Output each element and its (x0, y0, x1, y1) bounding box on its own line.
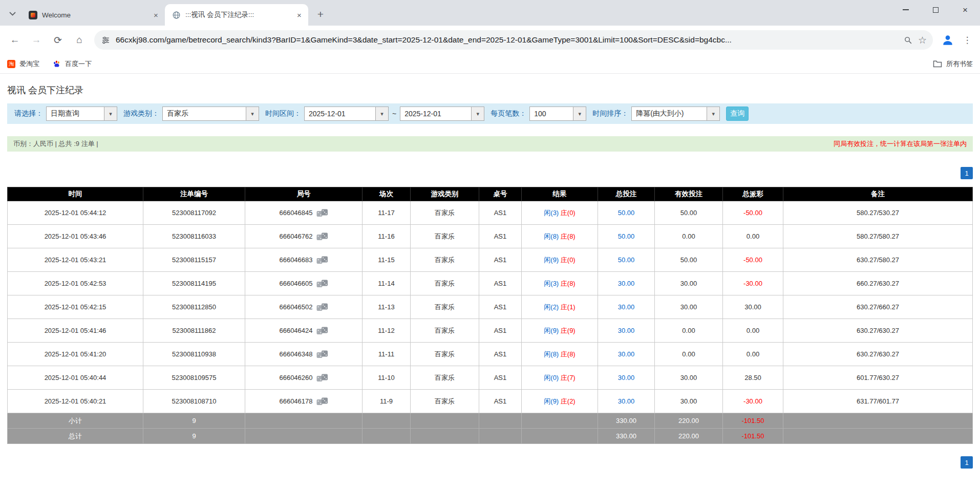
total-bet-link[interactable]: 50.00 (618, 232, 635, 240)
minimize-button[interactable] (891, 0, 921, 19)
total-bet-link[interactable]: 30.00 (618, 303, 635, 311)
column-header-5: 桌号 (479, 187, 522, 201)
dropdown-arrow-icon[interactable]: ▾ (375, 107, 388, 120)
cell-valid-bet: 0.00 (655, 225, 723, 248)
date-end-select[interactable]: ▾ (400, 107, 484, 121)
sort-order-input[interactable] (632, 107, 707, 120)
close-window-button[interactable]: × (950, 0, 980, 19)
cell-session: 11-12 (363, 319, 411, 343)
bookmark-baidu[interactable]: 百度一下 (53, 59, 92, 69)
browser-menu-button[interactable]: ⋮ (960, 30, 975, 50)
forward-button[interactable]: → (27, 30, 46, 50)
url-text[interactable]: 66cxkj98.com/game/betrecord_search/kind3… (116, 35, 898, 45)
game-result-icon[interactable] (316, 256, 328, 264)
game-result-icon[interactable] (316, 209, 328, 217)
game-result-icon[interactable] (316, 280, 328, 288)
cell-payout: -50.00 (723, 201, 783, 225)
tab-betrecord[interactable]: :::视讯 会员下注纪录::: × (165, 4, 308, 26)
cell-time: 2025-12-01 05:44:12 (8, 201, 143, 225)
footer-payout: -101.50 (723, 429, 783, 444)
game-type-select[interactable]: ▾ (162, 107, 259, 121)
total-bet-link[interactable]: 50.00 (618, 209, 635, 217)
result-player: 闲(9) (544, 256, 559, 264)
per-page-select[interactable]: ▾ (529, 107, 586, 121)
total-bet-link[interactable]: 50.00 (618, 256, 635, 264)
subtotal-row: 小计9330.00220.00-101.50 (8, 413, 973, 429)
dropdown-arrow-icon[interactable]: ▾ (573, 107, 586, 120)
game-result-icon[interactable] (316, 327, 328, 335)
all-bookmarks-button[interactable]: 所有书签 (933, 59, 973, 69)
cell-session: 11-9 (363, 390, 411, 413)
round-number: 666046502 (279, 303, 312, 311)
footer-payout: -101.50 (723, 413, 783, 429)
footer-count: 9 (143, 429, 245, 444)
dropdown-arrow-icon[interactable]: ▾ (471, 107, 484, 120)
cell-result: 闲(3) 庄(8) (522, 272, 598, 295)
cell-time: 2025-12-01 05:40:21 (8, 390, 143, 413)
total-bet-link[interactable]: 30.00 (618, 327, 635, 334)
total-bet-link[interactable]: 30.00 (618, 280, 635, 287)
column-header-1: 注单编号 (143, 187, 245, 201)
dropdown-arrow-icon[interactable]: ▾ (104, 107, 117, 120)
cell-note: 580.27/530.27 (783, 201, 973, 225)
game-result-icon[interactable] (316, 374, 328, 382)
total-bet-link[interactable]: 30.00 (618, 374, 635, 381)
address-bar[interactable]: 66cxkj98.com/game/betrecord_search/kind3… (94, 30, 933, 50)
cell-total-bet: 30.00 (598, 343, 655, 366)
cell-game-type: 百家乐 (411, 272, 479, 295)
payout-value: -30.00 (743, 397, 762, 405)
sort-order-select[interactable]: ▾ (631, 107, 720, 121)
game-type-input[interactable] (163, 107, 246, 120)
round-number: 666046348 (279, 350, 312, 358)
cell-bet-id: 523008110938 (143, 343, 245, 366)
footer-label: 总计 (8, 429, 143, 444)
zoom-icon[interactable] (904, 36, 912, 45)
back-button[interactable]: ← (5, 30, 25, 50)
cell-result: 闲(0) 庄(7) (522, 366, 598, 390)
total-bet-link[interactable]: 30.00 (618, 397, 635, 405)
bookmark-aitaobao[interactable]: 淘 爱淘宝 (7, 59, 39, 69)
result-player: 闲(0) (544, 374, 559, 381)
date-start-input[interactable] (305, 107, 375, 120)
date-start-select[interactable]: ▾ (304, 107, 389, 121)
query-type-input[interactable] (47, 107, 104, 120)
refresh-button[interactable]: ⟳ (48, 30, 68, 50)
profile-button[interactable] (938, 30, 957, 50)
new-tab-button[interactable]: + (312, 6, 329, 23)
game-result-icon[interactable] (316, 350, 328, 358)
cell-payout: 30.00 (723, 295, 783, 319)
tab-search-button[interactable] (3, 2, 22, 26)
game-result-icon[interactable] (316, 232, 328, 241)
game-result-icon[interactable] (316, 397, 328, 406)
cell-round: 666046762 (245, 225, 363, 248)
query-type-select[interactable]: ▾ (46, 107, 117, 121)
dropdown-arrow-icon[interactable]: ▾ (246, 107, 259, 120)
date-end-input[interactable] (400, 107, 471, 120)
tab-close-icon[interactable]: × (151, 10, 161, 20)
cell-session: 11-17 (363, 201, 411, 225)
site-info-icon[interactable] (101, 36, 110, 45)
page-number-button[interactable]: 1 (961, 167, 973, 179)
total-row: 总计9330.00220.00-101.50 (8, 429, 973, 444)
cell-round: 666046683 (245, 248, 363, 272)
payout-value: -30.00 (743, 280, 762, 287)
tab-welcome[interactable]: Welcome × (22, 4, 165, 26)
dropdown-arrow-icon[interactable]: ▾ (707, 107, 719, 120)
cell-total-bet: 50.00 (598, 248, 655, 272)
game-result-icon[interactable] (316, 303, 328, 311)
cell-valid-bet: 30.00 (655, 295, 723, 319)
payout-value: -50.00 (743, 209, 762, 217)
home-button[interactable]: ⌂ (70, 30, 89, 50)
payout-value: -50.00 (743, 256, 762, 264)
game-type-label: 游戏类别： (123, 109, 159, 118)
result-banker: 庄(1) (561, 303, 576, 311)
bookmark-star-icon[interactable]: ☆ (918, 34, 927, 46)
page-number-button[interactable]: 1 (961, 456, 973, 469)
per-page-input[interactable] (530, 107, 573, 120)
table-row: 2025-12-01 05:43:21523008115157666046683… (8, 248, 973, 272)
cell-payout: -30.00 (723, 390, 783, 413)
search-button[interactable]: 查询 (726, 107, 749, 121)
tab-close-icon[interactable]: × (294, 10, 304, 20)
total-bet-link[interactable]: 30.00 (618, 350, 635, 358)
maximize-button[interactable] (921, 0, 950, 19)
